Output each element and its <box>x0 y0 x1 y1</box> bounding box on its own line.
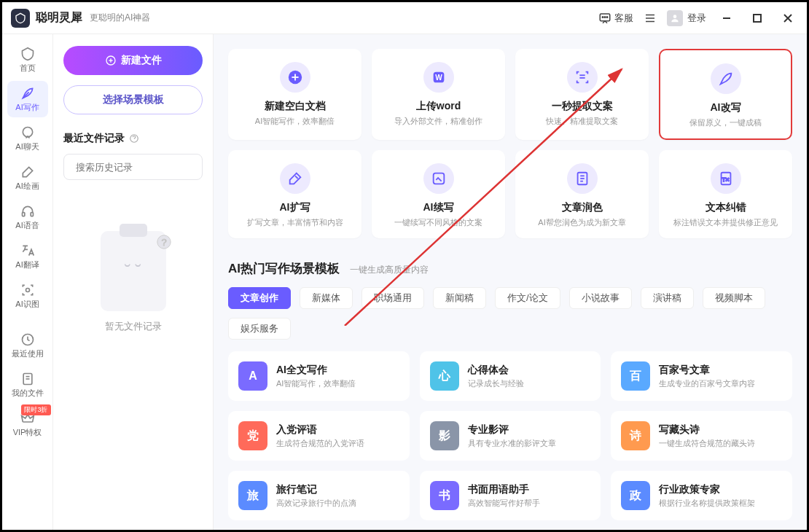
template-card[interactable]: 影 专业影评 具有专业水准的影评文章 <box>420 411 601 461</box>
svg-rect-14 <box>22 212 24 216</box>
maximize-button[interactable] <box>747 8 767 28</box>
category-tab[interactable]: 演讲稿 <box>641 287 694 309</box>
sidebar-item-ai-voice[interactable]: AI语音 <box>7 199 48 235</box>
svg-rect-9 <box>754 15 761 22</box>
category-tab[interactable]: 文章创作 <box>228 287 291 309</box>
template-card[interactable]: 政 行业政策专家 根据行业名称提供政策框架 <box>611 471 792 520</box>
feature-card[interactable]: 文章润色 AI帮您润色为成为新文章 <box>515 150 649 238</box>
feature-card-desc: 标注错误文本并提供修正意见 <box>673 217 778 228</box>
discount-badge: 限时3折 <box>21 404 50 415</box>
feature-card[interactable]: AI扩写 扩写文章，丰富情节和内容 <box>228 150 361 238</box>
feature-card-title: AI扩写 <box>280 201 310 214</box>
category-tab[interactable]: 视频脚本 <box>703 287 765 309</box>
scan-icon <box>20 283 35 297</box>
feature-card-title: 上传word <box>416 100 461 113</box>
template-card-icon: 诗 <box>621 421 650 450</box>
template-card-desc: 生成符合规范的入党评语 <box>276 438 364 449</box>
template-card-desc: AI智能写作，效率翻倍 <box>276 378 356 389</box>
sidebar-item-recent[interactable]: 最近使用 <box>7 327 48 364</box>
file-icon <box>20 372 35 386</box>
category-tab[interactable]: 作文/论文 <box>495 287 560 309</box>
template-card-title: AI全文写作 <box>276 364 356 377</box>
feature-card-desc: AI帮您润色为成为新文章 <box>538 217 625 228</box>
search-box[interactable] <box>63 154 203 180</box>
template-card-title: 旅行笔记 <box>276 483 356 496</box>
feature-card-icon <box>280 62 310 93</box>
headphone-icon <box>20 204 35 219</box>
template-card-desc: 生成专业的百家号文章内容 <box>659 378 755 389</box>
svg-point-3 <box>606 16 608 17</box>
app-tagline: 更聪明的AI神器 <box>90 12 150 24</box>
left-panel: 新建文件 选择场景模板 最近文件记录 ˘ ˘? 暂无文件记录 <box>53 34 214 530</box>
feature-card[interactable]: W 上传word 导入外部文件，精准创作 <box>372 49 505 140</box>
category-tab[interactable]: 新媒体 <box>300 287 353 309</box>
svg-rect-15 <box>31 212 33 216</box>
sidebar-item-ai-paint[interactable]: AI绘画 <box>7 160 48 196</box>
empty-state: ˘ ˘? 暂无文件记录 <box>63 231 203 518</box>
search-input[interactable] <box>76 162 198 173</box>
feature-card[interactable]: 一秒提取文案 快速、精准提取文案 <box>515 49 649 140</box>
login-button[interactable]: 登录 <box>667 10 706 26</box>
template-card-icon: 党 <box>238 421 267 450</box>
close-button[interactable] <box>778 8 798 28</box>
sidebar-item-ai-translate[interactable]: AI翻译 <box>7 238 48 275</box>
category-tab[interactable]: 小说故事 <box>569 287 632 309</box>
template-card-icon: 百 <box>621 361 650 391</box>
svg-text:W: W <box>435 74 442 82</box>
feature-card-title: 文章润色 <box>562 201 603 214</box>
template-card-desc: 一键生成符合规范的藏头诗 <box>659 438 755 449</box>
template-card[interactable]: 旅 旅行笔记 高效记录旅行中的点滴 <box>228 471 410 520</box>
template-card-title: 专业影评 <box>468 423 556 437</box>
template-card[interactable]: 书 书面用语助手 高效智能写作好帮手 <box>420 471 601 520</box>
help-icon[interactable] <box>129 133 139 144</box>
template-card[interactable]: 百 百家号文章 生成专业的百家号文章内容 <box>611 351 792 401</box>
svg-text:?: ? <box>161 237 166 248</box>
feature-card[interactable]: AI改写 保留原义，一键成稿 <box>659 49 792 140</box>
new-file-button[interactable]: 新建文件 <box>63 46 203 75</box>
sidebar-item-home[interactable]: 首页 <box>7 42 48 78</box>
minimize-button[interactable] <box>716 8 737 28</box>
sidebar-item-label: AI识图 <box>15 299 39 310</box>
sidebar-item-vip[interactable]: 限时3折 VIP特权 <box>7 406 48 442</box>
feature-card-icon: W <box>423 62 454 93</box>
category-tab[interactable]: 新闻稿 <box>433 287 486 309</box>
sidebar-item-label: AI聊天 <box>15 141 39 152</box>
clock-icon <box>20 332 35 347</box>
sidebar-item-ai-chat[interactable]: AI聊天 <box>7 120 48 157</box>
menu-icon[interactable] <box>644 12 657 25</box>
chat-bubble-icon <box>20 125 35 140</box>
template-card[interactable]: 党 入党评语 生成符合规范的入党评语 <box>228 411 410 461</box>
feature-card[interactable]: 新建空白文档 AI智能写作，效率翻倍 <box>228 49 361 140</box>
feature-card-desc: 快速、精准提取文案 <box>546 116 618 127</box>
section-title: AI热门写作场景模板 <box>228 260 340 277</box>
template-card-icon: 书 <box>430 481 459 510</box>
feature-card[interactable]: T✕ 文本纠错 标注错误文本并提供修正意见 <box>659 150 792 238</box>
sidebar-item-ai-writing[interactable]: AI写作 <box>7 81 48 117</box>
template-card[interactable]: 诗 写藏头诗 一键生成符合规范的藏头诗 <box>611 411 792 461</box>
sidebar-item-ai-image-rec[interactable]: AI识图 <box>7 278 48 314</box>
feature-card[interactable]: AI续写 一键续写不同风格的文案 <box>372 150 505 238</box>
sidebar-item-label: AI绘画 <box>15 181 39 192</box>
template-card-desc: 具有专业水准的影评文章 <box>468 438 556 449</box>
customer-service-button[interactable]: 客服 <box>598 12 633 25</box>
template-card-icon: 政 <box>621 481 650 510</box>
svg-point-1 <box>602 16 603 17</box>
template-card[interactable]: A AI全文写作 AI智能写作，效率翻倍 <box>228 351 410 401</box>
feature-card-icon <box>567 62 598 93</box>
brush-icon <box>20 165 35 179</box>
sidebar-item-label: VIP特权 <box>13 427 42 438</box>
sidebar-item-label: 首页 <box>20 63 36 74</box>
template-card[interactable]: 心 心得体会 记录成长与经验 <box>420 351 601 401</box>
empty-text: 暂无文件记录 <box>105 320 162 333</box>
sidebar: 首页 AI写作 AI聊天 AI绘画 AI语音 AI翻译 AI识图 最 <box>2 34 53 530</box>
category-tab[interactable]: 娱乐服务 <box>228 318 291 340</box>
template-grid: A AI全文写作 AI智能写作，效率翻倍心 心得体会 记录成长与经验百 百家号文… <box>228 351 792 520</box>
section-subtitle: 一键生成高质量内容 <box>350 264 429 276</box>
choose-template-button[interactable]: 选择场景模板 <box>63 85 203 114</box>
plus-circle-icon <box>105 55 117 66</box>
template-card-desc: 根据行业名称提供政策框架 <box>659 498 755 509</box>
sidebar-item-my-files[interactable]: 我的文件 <box>7 367 48 403</box>
category-tab[interactable]: 职场通用 <box>361 287 424 309</box>
home-icon <box>20 47 35 61</box>
template-card-icon: 心 <box>430 361 459 391</box>
